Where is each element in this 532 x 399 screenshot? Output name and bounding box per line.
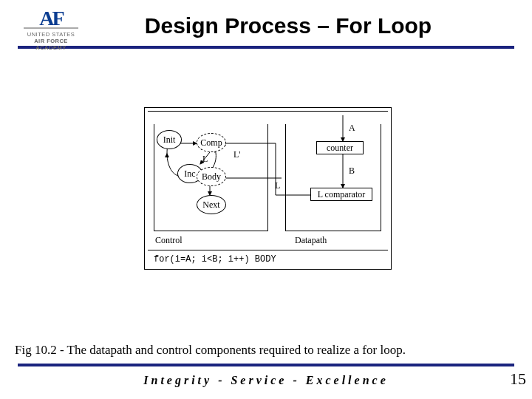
logo-line2: AIR FORCE [18,38,84,44]
label-l-left: L [202,154,208,165]
logo-line3: ACADEMY [18,44,84,51]
figure-top-rule [148,111,388,112]
state-body: Body [197,167,226,186]
block-counter: counter [316,141,364,154]
state-init: Init [157,130,182,149]
figure-mid-rule [148,250,388,250]
footer-divider [18,364,514,366]
label-b: B [349,166,355,177]
figure-caption: Fig 10.2 - The datapath and control comp… [15,343,406,358]
footer-motto: Integrity - Service - Excellence [0,374,532,387]
label-l-right: L [275,180,280,191]
label-datapath: Datapath [295,235,327,246]
label-control: Control [155,235,183,246]
figure-container: Init Comp Inc Body Next counter L compar… [144,107,392,270]
label-l-prime: L' [233,149,241,160]
logo-line1: UNITED STATES [18,31,84,38]
datapath-region [285,124,381,231]
state-next: Next [197,195,226,214]
label-a: A [349,123,355,134]
slide-title: Design Process – For Loop [18,13,514,46]
header-divider [18,46,514,49]
state-comp: Comp [197,133,226,152]
block-comparator: L comparator [310,188,372,201]
org-logo: AF UNITED STATES AIR FORCE ACADEMY [18,10,84,51]
page-number: 15 [510,369,526,389]
figure-code: for(i=A; i<B; i++) BODY [154,254,276,265]
logo-monogram: AF [18,10,84,26]
